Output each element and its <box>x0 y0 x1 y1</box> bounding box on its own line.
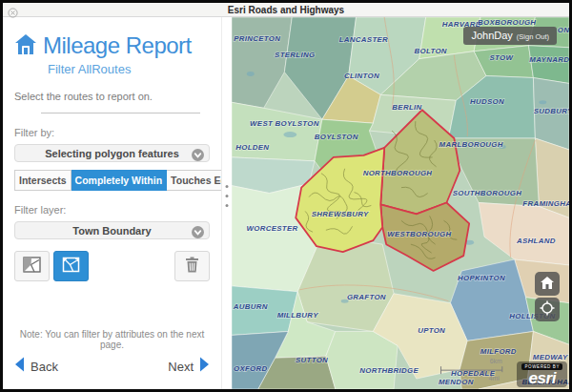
completely-within-button[interactable]: Completely Within <box>72 170 168 191</box>
back-arrow-icon <box>14 357 25 376</box>
drag-handle-dots[interactable] <box>226 185 229 207</box>
intersects-button[interactable]: Intersects <box>14 170 72 191</box>
town-label: MENDON <box>439 378 474 386</box>
mileage-report-panel: Mileage Report Filter AllRoutes Select t… <box>3 17 221 389</box>
town-label: HOLDEN <box>235 143 269 152</box>
basemap-svg: PRINCETONSTERLINGLANCASTERHARVARDBOXBORO… <box>232 17 569 389</box>
town-label: OXFORD <box>234 364 268 373</box>
select-features-tool-button[interactable] <box>14 251 50 281</box>
trash-icon <box>183 255 201 278</box>
map-locate-button[interactable] <box>535 298 560 321</box>
town-label: WESTBOROUGH <box>387 230 451 238</box>
map-canvas[interactable]: PRINCETONSTERLINGLANCASTERHARVARDBOXBORO… <box>232 17 569 389</box>
spatial-relation-buttons: Intersects Completely Within Touches Edg… <box>14 170 210 191</box>
wizard-footer: Back Next <box>14 357 210 383</box>
town-label: MAYNARD <box>529 55 569 64</box>
close-icon[interactable] <box>8 5 18 15</box>
town-label: MILFORD <box>480 347 517 356</box>
town-label: LANCASTER <box>339 35 388 44</box>
divider <box>41 113 200 113</box>
town-label: STERLING <box>275 51 315 59</box>
sign-out-link[interactable]: (Sign Out) <box>517 32 549 41</box>
user-name: JohnDay <box>471 30 512 41</box>
page-title: Mileage Report <box>43 32 192 59</box>
chevron-down-icon <box>192 148 204 165</box>
window-title: Esri Roads and Highways <box>3 3 569 17</box>
draw-polygon-tool-button[interactable] <box>53 251 89 281</box>
scale-km-label: 6km <box>490 358 502 364</box>
town-label: WEST BOYLSTON <box>250 119 319 128</box>
next-label: Next <box>168 360 194 374</box>
town-label: GRAFTON <box>347 293 386 301</box>
scale-mi-label: 4mi <box>489 375 500 382</box>
town-label: BERLIN <box>392 103 421 112</box>
town-label: AUBURN <box>233 302 268 311</box>
town-label: SUTTON <box>296 356 328 364</box>
town-label: SUDBURY <box>534 107 569 115</box>
town-label: MILLBURY <box>277 311 318 320</box>
town-label: NORTHBRIDGE <box>359 366 419 375</box>
page-subtitle: Filter AllRoutes <box>48 62 210 76</box>
town-label: CLINTON <box>344 72 379 80</box>
town-label: SOUTHBOROUGH <box>453 189 521 197</box>
next-button[interactable]: Next <box>168 357 210 376</box>
note-text: Note: You can filter by attributes on th… <box>14 329 210 357</box>
next-arrow-icon <box>199 357 210 376</box>
esri-logo: POWERED BY esri <box>517 361 567 387</box>
town-label: HOPKINTON <box>458 274 505 282</box>
town-label: PRINCETON <box>234 34 280 43</box>
town-label: HUDSON <box>470 97 504 106</box>
town-label: WORCESTER <box>247 224 298 233</box>
town-label: STOW <box>489 53 514 62</box>
town-label: ASHLAND <box>516 237 556 245</box>
town-label: UPTON <box>418 326 445 335</box>
town-label: NORTHBOROUGH <box>363 169 433 177</box>
filter-layer-dropdown[interactable]: Town Boundary <box>14 221 210 239</box>
map-home-button[interactable] <box>535 272 560 296</box>
filter-method-dropdown[interactable]: Selecting polygon features <box>14 144 210 162</box>
town-label: BOLTON <box>414 47 446 55</box>
filter-layer-value: Town Boundary <box>72 225 151 237</box>
filter-by-label: Filter by: <box>14 127 210 138</box>
filter-layer-label: Filter layer: <box>14 204 210 216</box>
select-features-icon <box>22 255 42 279</box>
filter-method-value: Selecting polygon features <box>45 148 179 159</box>
back-label: Back <box>31 360 58 374</box>
chevron-down-icon <box>192 225 204 242</box>
home-icon <box>14 34 37 58</box>
instruction-text: Select the routes to report on. <box>14 91 210 102</box>
town-label: FRAMINGHAM <box>522 199 569 208</box>
window-titlebar: Esri Roads and Highways <box>3 3 569 17</box>
app-window: Esri Roads and Highways Mileage Report F… <box>0 0 572 392</box>
home-map-icon <box>541 276 554 293</box>
panel-resize-gutter[interactable] <box>221 17 232 389</box>
town-label: MARLBOROUGH <box>439 140 503 149</box>
user-badge[interactable]: JohnDay (Sign Out) <box>463 27 557 45</box>
town-label: BOXBOROUGH <box>478 18 536 27</box>
town-label: ON <box>558 26 569 34</box>
town-label: SHREWSBURY <box>312 210 369 218</box>
town-label: MEDWAY <box>533 353 568 361</box>
locate-icon <box>540 300 555 320</box>
selection-tools <box>14 251 210 281</box>
back-button[interactable]: Back <box>14 357 58 376</box>
esri-brand-label: esri <box>521 370 562 386</box>
clear-selection-button[interactable] <box>174 251 210 281</box>
town-label: BOYLSTON <box>315 133 358 141</box>
draw-polygon-icon <box>61 255 81 279</box>
